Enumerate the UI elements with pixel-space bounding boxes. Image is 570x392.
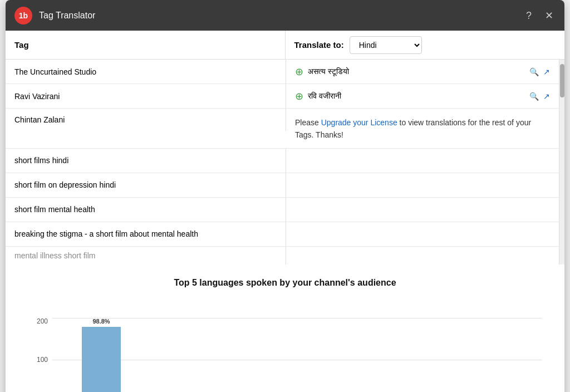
table-row: short films hindi bbox=[6, 149, 559, 173]
tag-cell: Ravi Vazirani bbox=[6, 84, 286, 108]
tags-table-wrapper: The Uncurtained Studio ⊕ असत्य स्टूडियो … bbox=[6, 60, 564, 264]
chart-area: 200 100 0 98.8% bbox=[28, 301, 542, 392]
app-logo: 1b bbox=[14, 7, 32, 24]
translation-cell bbox=[286, 198, 559, 222]
table-row: breaking the stigma - a short film about… bbox=[6, 222, 559, 247]
tag-cell: short film mental health bbox=[6, 198, 286, 222]
translate-header: Translate to: Hindi Spanish English Port… bbox=[286, 31, 565, 59]
translation-cell bbox=[286, 222, 559, 246]
translation-cell: ⊕ असत्य स्टूडियो 🔍 ↗ bbox=[286, 60, 559, 84]
translation-cell bbox=[286, 149, 559, 173]
external-link-icon[interactable]: ↗ bbox=[543, 92, 550, 101]
tag-cell: mental illness short film bbox=[6, 247, 286, 264]
search-icon[interactable]: 🔍 bbox=[529, 92, 539, 101]
bar-hindi bbox=[82, 327, 121, 392]
table-row: short film on depression hindi bbox=[6, 173, 559, 198]
bars-flex: 98.8% 0.2% 0.2% bbox=[52, 318, 542, 392]
y-label-100: 100 bbox=[28, 356, 48, 363]
help-button[interactable]: ? bbox=[524, 8, 534, 23]
translation-cell bbox=[286, 173, 559, 197]
upgrade-link[interactable]: Upgrade your License bbox=[321, 118, 397, 127]
y-label-200: 200 bbox=[28, 318, 48, 325]
app-title: Tag Translator bbox=[39, 11, 524, 21]
table-header: Tag Translate to: Hindi Spanish English … bbox=[6, 31, 564, 60]
bar-group-spanish: 0.2% bbox=[150, 318, 248, 392]
table-row: Chintan Zalani Please Upgrade your Licen… bbox=[6, 109, 559, 149]
external-link-icon[interactable]: ↗ bbox=[543, 67, 550, 76]
bar-group-hindi: 98.8% bbox=[52, 318, 150, 392]
tag-cell: Chintan Zalani bbox=[6, 109, 286, 131]
table-row: The Uncurtained Studio ⊕ असत्य स्टूडियो … bbox=[6, 60, 559, 84]
upgrade-message-cell: Please Upgrade your License to view tran… bbox=[286, 109, 559, 148]
search-icon[interactable]: 🔍 bbox=[529, 67, 539, 76]
bar-pct-hindi: 98.8% bbox=[92, 318, 110, 325]
translate-to-label: Translate to: bbox=[294, 40, 344, 50]
bars-area: 98.8% 0.2% 0.2% bbox=[52, 318, 542, 392]
close-button[interactable]: ✕ bbox=[543, 8, 556, 23]
tag-cell: The Uncurtained Studio bbox=[6, 60, 286, 84]
bar-group-arabic: 0.2% bbox=[444, 318, 542, 392]
add-icon: ⊕ bbox=[295, 67, 303, 77]
chart-section: Top 5 languages spoken by your channel's… bbox=[6, 264, 564, 392]
tag-cell: short films hindi bbox=[6, 149, 286, 173]
chart-body: 200 100 0 98.8% bbox=[28, 301, 542, 392]
scrollbar-track[interactable] bbox=[559, 60, 564, 264]
add-icon: ⊕ bbox=[295, 91, 303, 101]
chart-title: Top 5 languages spoken by your channel's… bbox=[28, 278, 542, 288]
language-select[interactable]: Hindi Spanish English Portuguese Arabic bbox=[350, 36, 422, 54]
table-row: short film mental health bbox=[6, 198, 559, 222]
main-content: Tag Translate to: Hindi Spanish English … bbox=[6, 31, 564, 392]
app-window: 1b Tag Translator ? ✕ Tag Translate to: … bbox=[6, 0, 564, 392]
titlebar: 1b Tag Translator ? ✕ bbox=[6, 0, 564, 31]
scrollbar-thumb[interactable] bbox=[560, 64, 564, 97]
tag-cell: breaking the stigma - a short film about… bbox=[6, 222, 286, 246]
titlebar-actions: ? ✕ bbox=[524, 8, 556, 23]
translation-cell bbox=[286, 247, 559, 264]
tag-cell: short film on depression hindi bbox=[6, 173, 286, 197]
bar-group-english: 0.2% bbox=[248, 318, 346, 392]
translation-cell: ⊕ रवि वजीरानी 🔍 ↗ bbox=[286, 84, 559, 108]
table-row: mental illness short film bbox=[6, 247, 559, 264]
y-axis: 200 100 0 bbox=[28, 318, 48, 392]
tag-column-header: Tag bbox=[6, 31, 286, 59]
bar-group-portuguese: 0.2% bbox=[346, 318, 444, 392]
table-row: Ravi Vazirani ⊕ रवि वजीरानी 🔍 ↗ bbox=[6, 84, 559, 109]
upgrade-message: Please Upgrade your License to view tran… bbox=[295, 116, 550, 141]
